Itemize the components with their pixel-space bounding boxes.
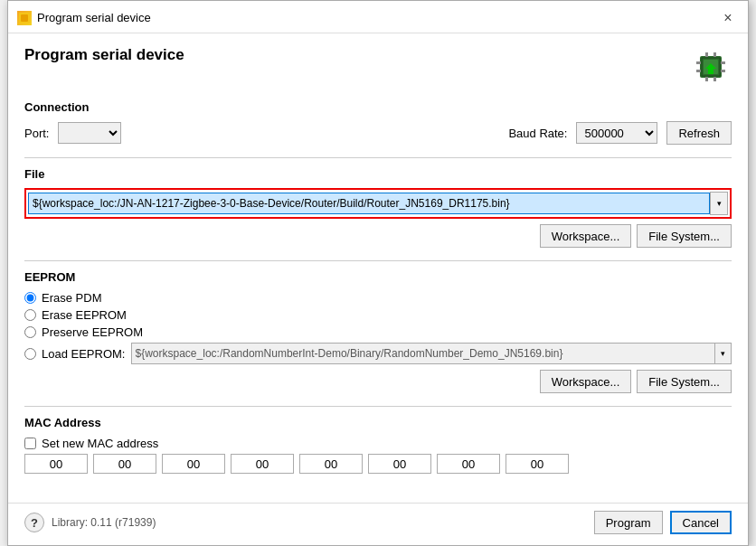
erase-eeprom-row: Erase EEPROM [24, 308, 732, 322]
svg-rect-1 [21, 14, 28, 22]
preserve-eeprom-label: Preserve EEPROM [42, 325, 143, 339]
eeprom-load-path-input[interactable] [131, 343, 716, 364]
help-button[interactable]: ? [24, 513, 44, 532]
file-input-row: ▾ [24, 188, 732, 219]
erase-pdm-row: Erase PDM [24, 291, 732, 305]
mac-byte-0[interactable] [24, 454, 88, 474]
eeprom-workspace-button[interactable]: Workspace... [540, 370, 632, 393]
refresh-button[interactable]: Refresh [666, 121, 732, 145]
title-bar: Program serial device × [8, 1, 748, 33]
set-mac-row: Set new MAC address [24, 437, 732, 450]
mac-byte-3[interactable] [231, 454, 294, 474]
mac-section: MAC Address Set new MAC address [24, 416, 732, 474]
app-icon [17, 11, 32, 25]
load-eeprom-radio[interactable] [24, 348, 36, 360]
title-bar-left: Program serial device [17, 11, 151, 25]
file-workspace-button[interactable]: Workspace... [540, 224, 632, 248]
divider-2 [24, 260, 732, 261]
svg-rect-6 [713, 52, 716, 57]
erase-eeprom-label: Erase EEPROM [42, 308, 127, 322]
chip-icon [690, 46, 732, 88]
eeprom-buttons-row: Workspace... File System... [24, 370, 732, 393]
bottom-bar: ? Library: 0.11 (r71939) Program Cancel [8, 503, 748, 545]
connection-label: Connection [24, 100, 732, 114]
mac-byte-7[interactable] [506, 454, 569, 474]
mac-byte-4[interactable] [299, 454, 363, 474]
close-button[interactable]: × [719, 9, 737, 27]
cancel-button[interactable]: Cancel [670, 511, 732, 534]
mac-byte-5[interactable] [368, 454, 431, 474]
svg-rect-10 [696, 70, 701, 72]
file-path-input[interactable] [28, 193, 710, 214]
port-select[interactable] [58, 122, 121, 144]
dialog-header: Program serial device [8, 33, 748, 88]
mac-byte-6[interactable] [437, 454, 500, 474]
bottom-left: ? Library: 0.11 (r71939) [24, 513, 156, 532]
file-section: File ▾ Workspace... File System... [24, 167, 732, 248]
divider-1 [24, 157, 732, 158]
preserve-eeprom-row: Preserve EEPROM [24, 325, 732, 339]
preserve-eeprom-radio[interactable] [24, 326, 36, 338]
file-label: File [24, 167, 732, 181]
file-buttons-row: Workspace... File System... [24, 224, 732, 248]
port-label: Port: [24, 127, 49, 140]
load-eeprom-row: Load EEPROM: ▾ [24, 343, 732, 364]
file-combo-inner: ▾ [28, 192, 728, 215]
load-eeprom-label: Load EEPROM: [42, 347, 126, 361]
mac-byte-2[interactable] [162, 454, 225, 474]
set-mac-checkbox[interactable] [24, 438, 36, 449]
connection-section: Connection Port: Baud Rate: 500000 11520… [24, 100, 732, 145]
library-text: Library: 0.11 (r71939) [52, 516, 156, 529]
mac-inputs-row [24, 454, 732, 474]
erase-eeprom-radio[interactable] [24, 309, 36, 321]
eeprom-filesystem-button[interactable]: File System... [637, 370, 732, 393]
file-combo-arrow[interactable]: ▾ [710, 192, 728, 215]
bottom-right: Program Cancel [594, 511, 732, 534]
file-filesystem-button[interactable]: File System... [637, 224, 732, 248]
eeprom-options: Erase PDM Erase EEPROM Preserve EEPROM L… [24, 291, 732, 364]
page-title: Program serial device [24, 46, 184, 64]
set-mac-label: Set new MAC address [42, 437, 158, 450]
divider-3 [24, 406, 732, 407]
eeprom-section: EEPROM Erase PDM Erase EEPROM Preserve E… [24, 270, 732, 393]
baud-select[interactable]: 500000 115200 57600 38400 [576, 122, 657, 144]
mac-byte-1[interactable] [93, 454, 156, 474]
svg-rect-7 [705, 77, 708, 81]
dialog-title: Program serial device [37, 11, 151, 24]
erase-pdm-label: Erase PDM [42, 291, 101, 305]
eeprom-label: EEPROM [24, 270, 732, 284]
erase-pdm-radio[interactable] [24, 292, 36, 304]
eeprom-load-arrow[interactable]: ▾ [715, 343, 732, 364]
program-serial-dialog: Program serial device × Program serial d… [7, 0, 749, 546]
svg-rect-11 [721, 61, 725, 64]
program-button[interactable]: Program [594, 511, 663, 534]
svg-rect-5 [705, 52, 708, 57]
dialog-body: Connection Port: Baud Rate: 500000 11520… [8, 88, 748, 499]
eeprom-load-combo: ▾ [131, 343, 732, 364]
mac-label: MAC Address [24, 416, 732, 429]
baud-label: Baud Rate: [508, 127, 567, 140]
svg-rect-8 [713, 77, 716, 81]
file-combo-wrapper: ▾ [24, 188, 732, 219]
connection-row: Port: Baud Rate: 500000 115200 57600 384… [24, 121, 732, 145]
svg-rect-12 [721, 70, 725, 72]
svg-rect-9 [696, 61, 701, 64]
